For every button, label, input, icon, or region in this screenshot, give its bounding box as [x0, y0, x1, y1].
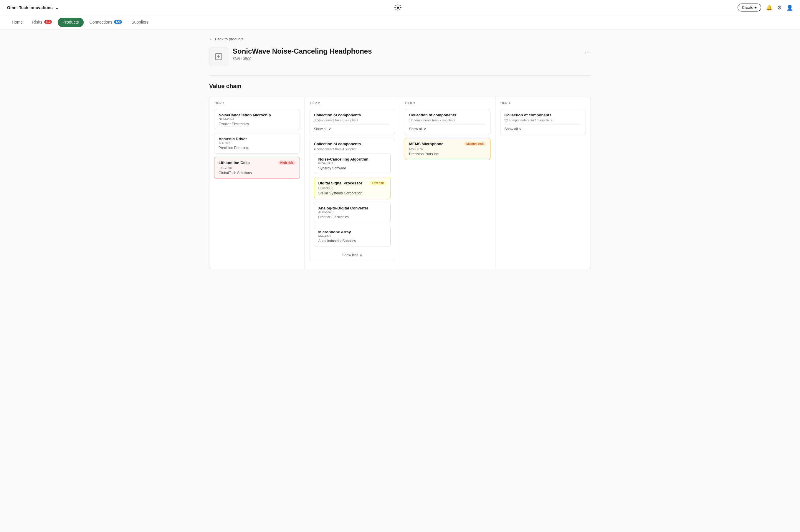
product-info: SonicWave Noise-Canceling Headphones SWH…	[233, 47, 579, 61]
card-name: Microphone Array	[319, 230, 386, 234]
card-sku: NCM-2024	[218, 117, 296, 121]
risk-badge-medium: Medium risk	[464, 142, 486, 146]
show-less-label: Show less	[342, 253, 359, 257]
collection-meta: 12 components from 7 suppliers	[409, 118, 486, 122]
card-supplier: Precision Parts Inc.	[409, 152, 486, 156]
settings-button[interactable]: ⚙	[777, 4, 782, 11]
topbar: Omni-Tech Innovations ⌄ Create + 🔔 ⚙ 👤	[0, 0, 800, 15]
notifications-button[interactable]: 🔔	[766, 4, 772, 11]
card-sku: NCA-1001	[319, 162, 386, 165]
tier2-card-dsp[interactable]: Digital Signal Processor Low risk DSP-30…	[314, 177, 391, 199]
product-sku: SWH-3500	[233, 57, 579, 61]
tier3-card-mems[interactable]: MEMS Microphone Medium risk MM-9876 Prec…	[405, 138, 491, 160]
tier2-collection-2: Collection of components 4 components fr…	[309, 138, 395, 261]
tier3-collection-1[interactable]: Collection of components 12 components f…	[405, 109, 491, 135]
card-header: Digital Signal Processor Low risk	[319, 181, 386, 185]
subnav-item-risks[interactable]: Risks 212	[27, 15, 57, 30]
page-content: ← Back to products SonicWave Noise-Cance…	[200, 30, 600, 276]
subnav-home-label: Home	[12, 20, 23, 24]
company-name[interactable]: Omni-Tech Innovations ⌄	[7, 5, 59, 10]
subnav-risks-label: Risks	[32, 20, 42, 24]
tier-4-col: TIER 4 Collection of components 32 compo…	[495, 97, 591, 269]
card-name: Lithium-Ion Cells	[218, 160, 249, 165]
divider	[209, 75, 591, 76]
card-supplier: GlobalTech Solutions	[218, 171, 296, 175]
collection-title: Collection of components	[314, 142, 391, 146]
card-name: Noise-Cancelling Algorithm	[319, 157, 386, 162]
svg-line-5	[396, 5, 396, 5]
card-supplier: Frontier Electronics	[218, 122, 296, 126]
svg-point-0	[397, 7, 399, 8]
card-name: Analog-to-Digital Converter	[319, 206, 386, 210]
value-chain: TIER 1 NoiseCancellation Microchip NCM-2…	[209, 97, 591, 269]
card-name: Digital Signal Processor	[319, 181, 363, 185]
chevron-down-icon: ∨	[328, 127, 331, 131]
risk-badge-high: High risk	[278, 160, 296, 165]
tier2-card-mic-array[interactable]: Microphone Array MA-4321 Atlas Industria…	[314, 226, 391, 247]
svg-line-6	[400, 9, 400, 10]
subnav-item-connections[interactable]: Connections 129	[85, 15, 127, 30]
card-sku: DSP-3050	[319, 187, 386, 190]
tier-2-col: TIER 2 Collection of components 8 compon…	[305, 97, 400, 269]
svg-line-8	[400, 5, 400, 5]
chevron-down-icon: ∨	[423, 127, 426, 131]
topbar-actions: Create + 🔔 ⚙ 👤	[738, 3, 793, 12]
card-header: MEMS Microphone Medium risk	[409, 142, 486, 146]
subnav: Home Risks 212 Products Connections 129 …	[0, 15, 800, 30]
show-all-button-tier3[interactable]: Show all ∨	[409, 124, 486, 131]
topbar-logo	[394, 3, 402, 12]
collection-meta: 4 components from 4 supplier	[314, 147, 391, 151]
tier4-collection-1[interactable]: Collection of components 32 components f…	[500, 109, 586, 135]
show-less-button[interactable]: Show less ∧	[314, 250, 391, 257]
subnav-item-products[interactable]: Products	[58, 18, 83, 27]
tier-1-col: TIER 1 NoiseCancellation Microchip NCM-2…	[209, 97, 305, 269]
card-name: NoiseCancellation Microchip	[218, 113, 296, 117]
show-all-label: Show all	[314, 127, 327, 131]
risk-badge-low: Low risk	[369, 181, 386, 185]
card-supplier: Atlas Industrial Supplies	[319, 239, 386, 243]
collection-title: Collection of components	[409, 113, 486, 117]
tier2-card-noise-algo[interactable]: Noise-Cancelling Algorithm NCA-1001 Syne…	[314, 153, 391, 174]
tier1-card-noise-microchip[interactable]: NoiseCancellation Microchip NCM-2024 Fro…	[214, 109, 300, 130]
user-button[interactable]: 👤	[786, 4, 793, 11]
back-link[interactable]: ← Back to products	[209, 37, 591, 41]
show-all-button-1[interactable]: Show all ∨	[314, 124, 391, 131]
show-all-label: Show all	[504, 127, 518, 131]
card-sku: LIC-7890	[218, 166, 296, 170]
tier1-card-acoustic[interactable]: Acoustic Driver AD-7890 Precision Parts …	[214, 133, 300, 154]
section-title: Value chain	[209, 83, 591, 90]
product-header: SonicWave Noise-Canceling Headphones SWH…	[209, 47, 591, 66]
subnav-products-label: Products	[62, 20, 79, 24]
chevron-down-icon: ∨	[519, 127, 522, 131]
card-supplier: Stellar Systems Corporation	[319, 191, 386, 195]
tier2-collection-1[interactable]: Collection of components 8 components fr…	[309, 109, 395, 135]
tier-2-label: TIER 2	[309, 102, 395, 105]
create-button[interactable]: Create +	[738, 3, 761, 12]
collection-meta: 8 components from 6 suppliers	[314, 118, 391, 122]
tier-3-label: TIER 3	[405, 102, 491, 105]
risks-badge: 212	[44, 20, 52, 24]
tier2-card-adc[interactable]: Analog-to-Digital Converter ADC-5678 Fro…	[314, 202, 391, 223]
subnav-item-suppliers[interactable]: Suppliers	[127, 15, 153, 30]
tier-3-col: TIER 3 Collection of components 12 compo…	[400, 97, 495, 269]
collection-title: Collection of components	[504, 113, 582, 117]
tier-1-label: TIER 1	[214, 102, 300, 105]
collection-title: Collection of components	[314, 113, 391, 117]
tier1-card-lithium[interactable]: Lithium-Ion Cells High risk LIC-7890 Glo…	[214, 157, 300, 179]
tier-4-label: TIER 4	[500, 102, 586, 105]
card-supplier: Frontier Electronics	[319, 215, 386, 219]
product-icon-box	[209, 47, 228, 66]
card-supplier: Precision Parts Inc.	[218, 146, 296, 150]
card-name: Acoustic Driver	[218, 137, 296, 141]
connections-badge: 129	[114, 20, 122, 24]
card-sku: AD-7890	[218, 141, 296, 145]
product-more-button[interactable]: ···	[584, 47, 591, 56]
back-arrow-icon: ←	[209, 37, 213, 41]
card-name: MEMS Microphone	[409, 142, 443, 146]
card-supplier: Synergy Software	[319, 166, 386, 170]
subnav-item-home[interactable]: Home	[7, 15, 27, 30]
card-sku: MA-4321	[319, 234, 386, 238]
show-all-button-tier4[interactable]: Show all ∨	[504, 124, 582, 131]
card-sku: MM-9876	[409, 147, 486, 151]
product-name: SonicWave Noise-Canceling Headphones	[233, 47, 579, 55]
